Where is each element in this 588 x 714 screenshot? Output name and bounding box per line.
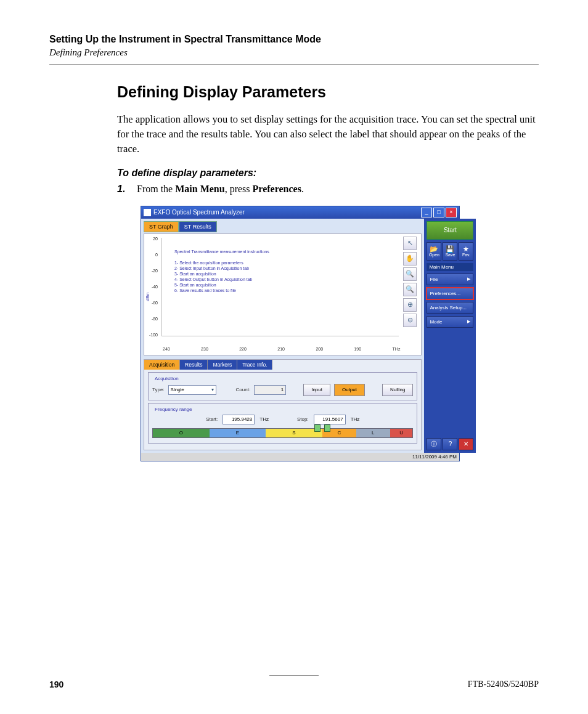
tab-markers[interactable]: Markers — [208, 360, 237, 370]
menu-mode[interactable]: Mode▶ — [427, 316, 473, 328]
titlebar: EXFO Optical Spectrum Analyzer _ □ × — [141, 206, 459, 219]
frequency-legend: Frequency range — [153, 407, 193, 412]
save-icon: 💾 — [446, 246, 454, 253]
menu-analysis-setup[interactable]: Analysis Setup... — [427, 302, 473, 314]
main-menu-header: Main Menu — [427, 263, 473, 271]
step-bold-mainmenu: Main Menu — [175, 184, 224, 194]
footer-divider — [269, 675, 319, 676]
xtick: 200 — [316, 347, 323, 351]
start-input[interactable]: 195.9428 — [223, 415, 255, 424]
tool-zoom-out[interactable]: 🔍 — [403, 283, 417, 296]
intro-paragraph: The application allows you to set displa… — [117, 112, 539, 156]
tab-st-results[interactable]: ST Results — [179, 221, 217, 232]
instruction-line: 5- Start an acquisition — [174, 282, 269, 288]
star-icon: ★ — [463, 246, 469, 253]
step-text-a: From the — [137, 184, 175, 194]
x-unit: THz — [393, 347, 401, 351]
arrow-right-icon: ▶ — [467, 319, 470, 324]
stop-unit: THz — [351, 416, 360, 422]
xtick: 240 — [163, 347, 170, 351]
tab-st-graph[interactable]: ST Graph — [144, 221, 179, 232]
step-text-e: . — [301, 184, 304, 194]
arrow-right-icon: ▶ — [467, 277, 470, 282]
instructions-title: Spectral Transmittance measurement instr… — [174, 249, 269, 254]
fav-button[interactable]: ★Fav. — [459, 242, 473, 261]
app-icon — [144, 209, 151, 216]
ytick: -20 — [152, 269, 158, 273]
start-label: Start: — [206, 416, 218, 422]
graph-panel: dBm 20 0 -20 -40 -60 -80 -100 Spectral T… — [144, 233, 422, 355]
menu-file[interactable]: File▶ — [427, 274, 473, 285]
start-unit: THz — [259, 416, 269, 422]
range-handle-start[interactable] — [314, 424, 321, 432]
page-number: 190 — [49, 680, 63, 689]
tab-trace-info[interactable]: Trace Info. — [237, 360, 272, 370]
ytick: 0 — [155, 253, 158, 257]
status-datetime: 11/11/2009 4:46 PM — [412, 454, 457, 460]
tool-pan[interactable]: ✋ — [403, 252, 417, 266]
status-bar: 11/11/2009 4:46 PM — [141, 453, 459, 461]
graph-area[interactable]: Spectral Transmittance measurement instr… — [161, 238, 399, 336]
close-button[interactable]: × — [446, 208, 457, 217]
instruction-line: 6- Save results and traces to file — [174, 288, 269, 293]
chevron-down-icon: ▾ — [211, 387, 214, 392]
count-input: 1 — [254, 385, 286, 395]
step-number: 1. — [117, 184, 134, 195]
page-title: Defining Display Parameters — [117, 83, 539, 101]
product-model: FTB-5240S/5240BP — [468, 680, 539, 689]
open-button[interactable]: 📂Open — [427, 242, 441, 261]
type-value: Single — [171, 387, 184, 392]
y-axis-label: dBm — [145, 292, 150, 301]
instruction-line: 3- Start an acquisition — [174, 271, 269, 277]
info-button[interactable]: ⓘ — [427, 438, 441, 450]
header-divider — [49, 64, 539, 65]
type-select[interactable]: Single ▾ — [168, 385, 216, 395]
tool-zoom-fit[interactable]: ⊕ — [403, 298, 417, 312]
ytick: 20 — [153, 237, 158, 241]
xtick: 220 — [239, 347, 247, 351]
type-label: Type: — [152, 387, 165, 392]
window-title: EXFO Optical Spectrum Analyzer — [153, 209, 421, 216]
input-button[interactable]: Input — [303, 384, 330, 396]
exit-button[interactable]: ✕ — [459, 438, 473, 450]
band-e: E — [210, 429, 266, 437]
save-button[interactable]: 💾Save — [443, 242, 457, 261]
start-button[interactable]: Start — [427, 221, 473, 240]
xtick: 230 — [201, 347, 208, 351]
step-text-c: , press — [225, 184, 253, 194]
ytick: -100 — [149, 333, 158, 337]
menu-preferences[interactable]: Preferences... — [427, 288, 473, 299]
section-title: Defining Preferences — [49, 47, 539, 58]
band-o: O — [153, 429, 210, 437]
procedure-heading: To define display parameters: — [117, 168, 539, 179]
range-handle-stop[interactable] — [324, 424, 330, 432]
step-bold-preferences: Preferences — [253, 184, 301, 194]
tool-zoom-reset[interactable]: ⊖ — [403, 314, 417, 327]
folder-icon: 📂 — [430, 246, 438, 253]
count-label: Count: — [236, 387, 251, 392]
minimize-button[interactable]: _ — [421, 208, 432, 217]
ytick: -80 — [152, 317, 158, 321]
tab-acquisition[interactable]: Acquisition — [144, 360, 180, 370]
ytick: -40 — [152, 285, 158, 289]
tab-results[interactable]: Results — [180, 360, 208, 370]
chapter-title: Setting Up the Instrument in Spectral Tr… — [49, 34, 539, 45]
xtick: 190 — [354, 347, 361, 351]
tool-zoom[interactable]: 🔍 — [403, 267, 417, 281]
band-bar[interactable]: O E S C L U — [152, 428, 413, 438]
maximize-button[interactable]: □ — [433, 208, 444, 217]
instruction-line: 2- Select Input button in Acquisition ta… — [174, 266, 269, 271]
app-window: EXFO Optical Spectrum Analyzer _ □ × ST … — [141, 206, 460, 461]
xtick: 210 — [277, 347, 285, 351]
help-button[interactable]: ? — [443, 438, 457, 450]
band-l: L — [356, 429, 390, 437]
instruction-line: 1- Select the acquisition parameters — [174, 260, 269, 266]
step-1: 1. From the Main Menu, press Preferences… — [117, 184, 539, 195]
acquisition-legend: Acquisition — [153, 376, 180, 381]
output-button[interactable]: Output — [334, 384, 365, 396]
stop-input[interactable]: 191.5607 — [314, 415, 346, 424]
band-u: U — [390, 429, 413, 437]
stop-label: Stop: — [297, 416, 309, 422]
nulling-button[interactable]: Nulling — [382, 384, 413, 396]
tool-pointer[interactable]: ↖ — [403, 237, 417, 250]
